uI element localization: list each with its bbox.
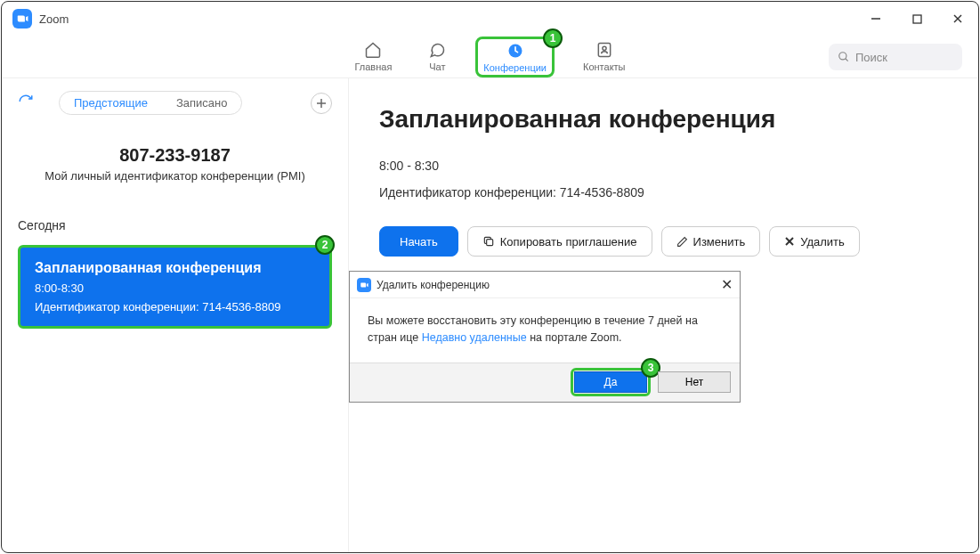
nav-meetings[interactable]: 1 Конференции: [475, 37, 555, 77]
dialog-text-post: на портале Zoom.: [527, 331, 622, 344]
titlebar: Zoom: [2, 2, 978, 36]
svg-point-7: [839, 53, 846, 60]
detail-pane: Запланированная конференция 8:00 - 8:30 …: [349, 78, 978, 552]
home-icon: [363, 40, 383, 60]
close-button[interactable]: [948, 9, 968, 29]
sidebar-tabs: Предстоящие Записано: [59, 91, 242, 115]
search-input[interactable]: Поиск: [829, 44, 962, 70]
clock-icon: [506, 41, 525, 61]
today-heading: Сегодня: [18, 218, 332, 232]
edit-button[interactable]: Изменить: [661, 226, 761, 257]
pmi-label: Мой личный идентификатор конференции (PM…: [18, 169, 332, 183]
window-controls: [866, 9, 968, 29]
chat-icon: [427, 40, 447, 60]
dialog-yes-wrap: 3 Да: [571, 368, 651, 396]
search-icon: [838, 51, 850, 63]
pmi-number: 807-233-9187: [18, 145, 332, 166]
detail-actions: Начать Копировать приглашение Изменить У…: [379, 226, 948, 257]
svg-rect-11: [486, 240, 492, 246]
zoom-app-icon: [12, 9, 32, 29]
nav-home[interactable]: Главная: [347, 37, 399, 77]
nav-meetings-label: Конференции: [483, 62, 547, 73]
dialog-titlebar: Удалить конференцию ✕: [350, 272, 740, 298]
meeting-card-title: Запланированная конференция: [35, 260, 315, 276]
pencil-icon: [676, 236, 688, 248]
dialog-close-button[interactable]: ✕: [721, 276, 733, 293]
minimize-button[interactable]: [866, 9, 886, 29]
tab-upcoming[interactable]: Предстоящие: [60, 92, 162, 114]
refresh-button[interactable]: [18, 94, 34, 113]
app-window: Zoom Главная Чат 1 Конференции К: [1, 1, 979, 553]
contacts-icon: [595, 40, 614, 60]
sidebar: Предстоящие Записано 807-233-9187 Мой ли…: [2, 78, 349, 552]
dialog-no-wrap: Нет: [658, 371, 731, 393]
annotation-badge-1: 1: [543, 29, 563, 48]
start-button[interactable]: Начать: [379, 226, 458, 257]
meeting-card-time: 8:00-8:30: [35, 281, 315, 295]
dialog-body: Вы можете восстановить эту конференцию в…: [350, 298, 740, 363]
svg-rect-1: [913, 15, 921, 23]
maximize-button[interactable]: [907, 9, 927, 29]
main-nav: Главная Чат 1 Конференции Контакты Поиск: [2, 36, 978, 78]
detail-title: Запланированная конференция: [379, 105, 948, 134]
svg-point-6: [603, 46, 606, 50]
detail-time: 8:00 - 8:30: [379, 159, 948, 173]
tab-recorded[interactable]: Записано: [162, 92, 242, 114]
dialog-no-button[interactable]: Нет: [658, 371, 731, 393]
meeting-card-id: Идентификатор конференции: 714-4536-8809: [35, 300, 315, 314]
detail-id: Идентификатор конференции: 714-4536-8809: [379, 185, 948, 200]
dialog-title: Удалить конференцию: [377, 279, 490, 291]
delete-confirm-dialog: Удалить конференцию ✕ Вы можете восстано…: [349, 271, 741, 403]
pmi-block[interactable]: 807-233-9187 Мой личный идентификатор ко…: [18, 145, 332, 183]
recently-deleted-link[interactable]: Недавно удаленные: [422, 331, 527, 344]
search-placeholder: Поиск: [855, 51, 887, 64]
svg-line-8: [846, 59, 848, 61]
dialog-yes-button[interactable]: Да: [574, 371, 647, 393]
window-title: Zoom: [39, 12, 69, 26]
nav-contacts-label: Контакты: [583, 61, 626, 72]
delete-button[interactable]: Удалить: [769, 226, 860, 257]
nav-contacts[interactable]: Контакты: [576, 37, 633, 77]
nav-chat-label: Чат: [429, 61, 445, 72]
dialog-footer: 3 Да Нет: [350, 363, 740, 402]
x-icon: [784, 236, 795, 247]
zoom-small-icon: [357, 278, 371, 292]
meeting-list-item[interactable]: 2 Запланированная конференция 8:00-8:30 …: [18, 245, 332, 329]
copy-icon: [482, 235, 495, 248]
copy-invite-button[interactable]: Копировать приглашение: [467, 226, 652, 257]
annotation-badge-2: 2: [315, 235, 335, 255]
nav-home-label: Главная: [354, 61, 392, 72]
add-meeting-button[interactable]: [311, 93, 332, 114]
nav-chat[interactable]: Чат: [420, 37, 454, 77]
